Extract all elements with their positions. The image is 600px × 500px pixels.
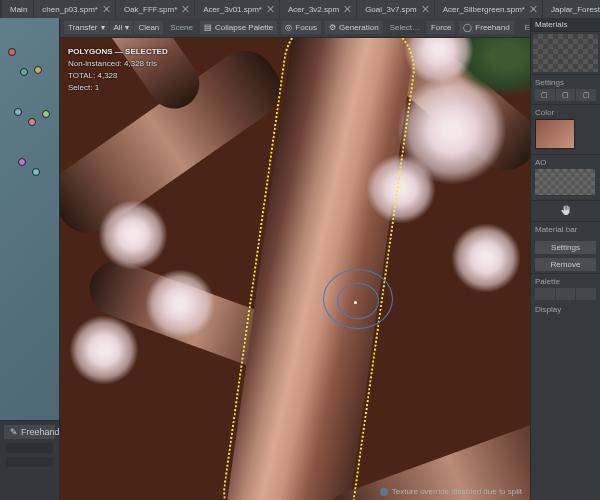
settings-toggle-c[interactable]: ▢ (576, 89, 596, 101)
collapse-icon: ▤ (204, 23, 212, 32)
hud-title: POLYGONS — SELECTED (68, 46, 168, 58)
node-graph-panel: ✎ Freehand (0, 18, 60, 500)
tab-label: Goal_3v7.spm (365, 5, 417, 14)
tab-label: Acer_Silbergreen.spm* (443, 5, 525, 14)
transfer-button[interactable]: Transfer▾ (64, 21, 109, 34)
settings-toggle-b[interactable]: ▢ (556, 89, 576, 101)
status-text: Texture override disabled due to split (392, 487, 522, 496)
focus-button[interactable]: ◎Focus (281, 21, 321, 34)
close-icon[interactable] (422, 6, 428, 12)
clean-button[interactable]: Clean (134, 21, 163, 34)
graph-node[interactable] (34, 66, 42, 74)
tab-file[interactable]: Goal_3v7.spm (357, 0, 434, 18)
tab-file[interactable]: chen_p03.spm* (34, 0, 115, 18)
tab-file[interactable]: Acer_3v01.spm* (195, 0, 279, 18)
all-button[interactable]: All▾ (110, 21, 134, 34)
close-icon[interactable] (267, 6, 273, 12)
target-icon: ◎ (285, 23, 292, 32)
blossom-cluster (451, 223, 521, 293)
pencil-icon: ✎ (10, 427, 18, 437)
close-icon[interactable] (530, 6, 536, 12)
settings-toggle-a[interactable]: ▢ (535, 89, 555, 101)
section-label: Material bar (535, 225, 596, 234)
graph-node[interactable] (42, 110, 50, 118)
hud-line: Select: 1 (68, 82, 168, 94)
palette-slot[interactable] (576, 288, 596, 300)
freehand-mode-button[interactable]: ✎ Freehand (4, 425, 55, 439)
chevron-down-icon: ▾ (125, 23, 129, 32)
button-label: All (114, 23, 123, 32)
ao-map-slot[interactable] (535, 169, 595, 195)
graph-node[interactable] (32, 168, 40, 176)
tab-file[interactable]: Japlar_Forest.spm* (543, 0, 600, 18)
force-button[interactable]: Force (427, 21, 455, 34)
section-label: Settings (535, 78, 596, 87)
blossom-cluster (366, 154, 436, 224)
graph-node[interactable] (8, 48, 16, 56)
chevron-down-icon: ▾ (101, 23, 105, 32)
button-label: Freehand (475, 23, 509, 32)
brush-slider[interactable] (6, 457, 53, 467)
tab-file[interactable]: Acer_Silbergreen.spm* (435, 0, 542, 18)
button-label: Collapse Palette (215, 23, 273, 32)
section-label-select: Select… (387, 23, 423, 32)
button-label: Force (431, 23, 451, 32)
graph-node[interactable] (20, 68, 28, 76)
tab-label: chen_p03.spm* (42, 5, 98, 14)
tab-label: Japlar_Forest.spm* (551, 5, 600, 14)
remove-button[interactable]: Remove (535, 258, 596, 271)
file-tab-bar: Main chen_p03.spm* Oak_FFF.spm* Acer_3v0… (0, 0, 600, 18)
freehand-tool-button[interactable]: ◯Freehand (459, 21, 513, 34)
collapse-palette-button[interactable]: ▤Collapse Palette (200, 21, 277, 34)
texture-swatch-grid[interactable] (533, 34, 598, 72)
tab-file[interactable]: Oak_FFF.spm* (116, 0, 194, 18)
hud-line: Non-instanced: 4,328 tris (68, 58, 168, 70)
section-label: AO (535, 158, 596, 167)
node-graph[interactable] (0, 18, 59, 420)
settings-button[interactable]: Settings (535, 241, 596, 254)
tab-main[interactable]: Main (2, 0, 33, 18)
3d-viewport[interactable]: POLYGONS — SELECTED Non-instanced: 4,328… (60, 38, 530, 500)
viewport-hud: POLYGONS — SELECTED Non-instanced: 4,328… (68, 46, 168, 94)
color-map-thumbnail[interactable] (535, 119, 575, 149)
palette-slot[interactable] (556, 288, 576, 300)
graph-node[interactable] (18, 158, 26, 166)
materials-panel: Materials Settings ▢ ▢ ▢ Color AO Materi… (530, 18, 600, 500)
button-label: Generation (339, 23, 379, 32)
section-label: Palette (535, 277, 596, 286)
lasso-icon: ◯ (463, 23, 472, 32)
blossom-cluster (98, 200, 168, 270)
viewport-status-bar: Texture override disabled due to split (380, 487, 522, 496)
tab-file[interactable]: Acer_3v2.spm (280, 0, 356, 18)
close-icon[interactable] (182, 6, 188, 12)
section-label-scene: Scene (167, 23, 196, 32)
tab-label: Oak_FFF.spm* (124, 5, 177, 14)
hud-line: TOTAL: 4,328 (68, 70, 168, 82)
tab-label: Acer_3v2.spm (288, 5, 339, 14)
graph-node[interactable] (14, 108, 22, 116)
info-icon (380, 488, 388, 496)
button-label: Focus (295, 23, 317, 32)
button-label: Freehand (21, 427, 60, 437)
tab-label: Acer_3v01.spm* (203, 5, 262, 14)
graph-node[interactable] (28, 118, 36, 126)
close-icon[interactable] (103, 6, 109, 12)
display-label: Display (535, 305, 596, 314)
blossom-cluster (145, 269, 215, 339)
brush-slider[interactable] (6, 443, 53, 453)
left-tool-footer: ✎ Freehand (0, 420, 59, 500)
generation-button[interactable]: ⚙Generation (325, 21, 383, 34)
button-label: Transfer (68, 23, 98, 32)
button-label: Clean (138, 23, 159, 32)
palette-slot[interactable] (535, 288, 555, 300)
pan-hand-icon[interactable] (559, 204, 573, 218)
tab-label: Main (10, 5, 27, 14)
section-label: Color (535, 108, 596, 117)
gear-icon: ⚙ (329, 23, 336, 32)
blossom-cluster (69, 315, 139, 385)
viewport-toolbar: Transfer▾ All▾ Clean Scene ▤Collapse Pal… (60, 18, 530, 38)
materials-header: Materials (531, 18, 600, 32)
close-icon[interactable] (344, 6, 350, 12)
